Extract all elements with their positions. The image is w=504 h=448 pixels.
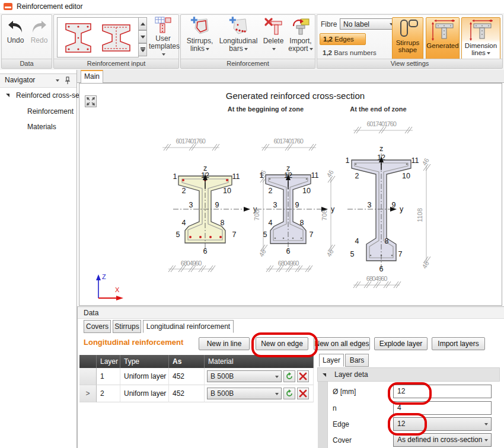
refresh-material-button[interactable] [283, 370, 295, 382]
svg-text:3: 3 [273, 201, 277, 209]
vertical-dimension-2: 46 46 708 [321, 169, 335, 258]
tree-item-materials[interactable]: Materials [27, 123, 56, 131]
svg-text:4: 4 [355, 237, 359, 245]
dropdown-arrow-icon [484, 439, 488, 441]
svg-text:12: 12 [284, 171, 292, 180]
dropdown-arrow-icon [487, 52, 490, 55]
redo-icon [30, 18, 48, 35]
ribbon-group-reinforcement-input: User templates Reinforcement input [53, 14, 179, 69]
cell-as[interactable]: 452 [169, 385, 205, 402]
subtitle-end: At the end of zone [350, 105, 406, 113]
tab-covers[interactable]: Covers [84, 320, 111, 333]
stirrups-links-button[interactable]: Stirrups, links [183, 17, 216, 53]
table-header-selector [79, 355, 97, 368]
navigator-title: Navigator [5, 76, 35, 84]
svg-text:6017401760: 6017401760 [273, 137, 303, 145]
delete-button[interactable]: Delete [260, 17, 286, 53]
material-dropdown[interactable]: B 500B [207, 370, 282, 382]
navigator-header[interactable]: Navigator [0, 73, 76, 88]
layer-details-group-header[interactable]: Layer deta [317, 367, 500, 382]
table-header-layer: Layer [97, 355, 120, 368]
axis-tripod: Z X [96, 273, 123, 300]
tab-layer[interactable]: Layer [319, 354, 344, 367]
tree-item-reinforcement[interactable]: Reinforcement [27, 107, 74, 116]
gallery-dropdown-button[interactable] [138, 43, 147, 56]
refresh-material-button[interactable] [283, 388, 295, 399]
n-input[interactable]: 4 [393, 401, 492, 415]
material-dropdown[interactable]: B 500B [207, 388, 282, 399]
svg-text:y: y [331, 205, 335, 213]
reinforcement-editor-window: Reinforcement editor Undo Redo Data [0, 0, 504, 448]
zoom-fit-button[interactable] [85, 95, 97, 107]
svg-text:12: 12 [377, 153, 385, 162]
fibre-label: Fibre [321, 20, 337, 28]
tab-main[interactable]: Main [81, 70, 103, 83]
ibeam-template-icon[interactable] [99, 20, 133, 55]
edges-toggle-button[interactable]: 1,2 Edges [320, 33, 366, 45]
dim-bottom: 6804960 [181, 260, 202, 267]
import-layers-button[interactable]: Import layers [432, 337, 485, 350]
cell-as[interactable]: 452 [169, 368, 205, 385]
svg-text:3: 3 [368, 201, 372, 209]
svg-text:6804960: 6804960 [366, 275, 388, 282]
group-label-reinforcement: Reinforcement [181, 59, 315, 68]
generated-toggle-button[interactable]: Generated [426, 17, 460, 60]
new-in-line-button[interactable]: New in line [199, 337, 250, 350]
template-gallery[interactable] [57, 17, 139, 57]
dropdown-arrow-icon [206, 48, 209, 50]
ribbon-group-reinforcement: Stirrups, links Longitudinal bars Dele [180, 14, 315, 69]
cell-type[interactable]: Uniform layer [120, 385, 169, 402]
stirrups-shape-toggle-button[interactable]: Stirrupsshape [392, 17, 423, 60]
import-export-button[interactable]: Import, export [286, 17, 315, 53]
axis-big-z-label: Z [102, 273, 106, 280]
undo-button[interactable]: Undo [4, 18, 27, 44]
group-label-data: Data [2, 59, 52, 68]
explode-layer-button[interactable]: Explode layer [374, 337, 428, 350]
svg-text:3: 3 [189, 201, 193, 209]
svg-text:11: 11 [311, 171, 319, 180]
tab-bars[interactable]: Bars [345, 354, 369, 367]
tree-item-reinforced-cross-section[interactable]: Reinforced cross-se [16, 91, 79, 100]
longitudinal-bars-button[interactable]: Longitudinal bars [218, 17, 259, 53]
diameter-label: Ø [mm] [333, 388, 356, 396]
svg-text:11: 11 [412, 156, 419, 165]
svg-text:8: 8 [385, 237, 389, 245]
delete-layer-button[interactable] [297, 370, 309, 382]
refresh-icon [285, 372, 294, 380]
row-selector-active[interactable]: > [79, 385, 97, 402]
group-expander-icon[interactable] [323, 373, 326, 377]
diameter-input[interactable]: 12 [393, 385, 492, 398]
edge-dropdown[interactable]: 12 [393, 417, 492, 431]
new-on-all-edges-button[interactable]: New on all edges [314, 337, 370, 350]
gallery-scroll-down-button[interactable] [138, 30, 147, 43]
cover-dropdown[interactable]: As defined in cross-section [393, 433, 492, 447]
cell-layer[interactable]: 2 [97, 385, 120, 402]
redo-button[interactable]: Redo [28, 18, 50, 44]
dimension-lines-button[interactable]: Dimensionlines [461, 17, 500, 60]
svg-text:1108: 1108 [416, 208, 423, 222]
tree-expander-icon[interactable] [6, 94, 9, 97]
cell-layer[interactable]: 1 [97, 368, 120, 385]
tab-stirrups[interactable]: Stirrups [113, 320, 141, 333]
svg-text:2: 2 [355, 172, 359, 180]
drawing-canvas[interactable]: Generated reinforced cross-section At th… [79, 83, 502, 306]
row-selector[interactable] [79, 368, 97, 385]
dim-top: 6017401760 [176, 137, 205, 145]
down-arrow-icon [141, 36, 145, 39]
svg-text:46: 46 [325, 169, 335, 179]
user-templates-button[interactable]: User templates [149, 17, 177, 58]
up-arrow-icon [141, 23, 145, 25]
gallery-scroll-up-button[interactable] [138, 17, 147, 30]
navigator-dropdown-arrow-icon[interactable] [56, 79, 59, 82]
pin-icon[interactable] [64, 76, 71, 85]
cell-type[interactable]: Uniform layer [120, 368, 169, 385]
bars-numbers-toggle-button[interactable]: 1,2 Bars numbers [323, 49, 377, 56]
svg-text:46: 46 [420, 260, 430, 270]
new-on-edge-button[interactable]: New on edge [256, 337, 308, 350]
fibre-dropdown[interactable]: No label [340, 18, 395, 30]
dropdown-arrow-icon [141, 49, 145, 52]
delete-layer-button[interactable] [297, 388, 309, 399]
section-a: 6017401760 y z 1 2 3 4 5 [162, 137, 257, 272]
ibeam-template-icon[interactable] [61, 20, 95, 55]
tab-longitudinal-reinforcement[interactable]: Longitudinal reinforcement [143, 320, 234, 333]
